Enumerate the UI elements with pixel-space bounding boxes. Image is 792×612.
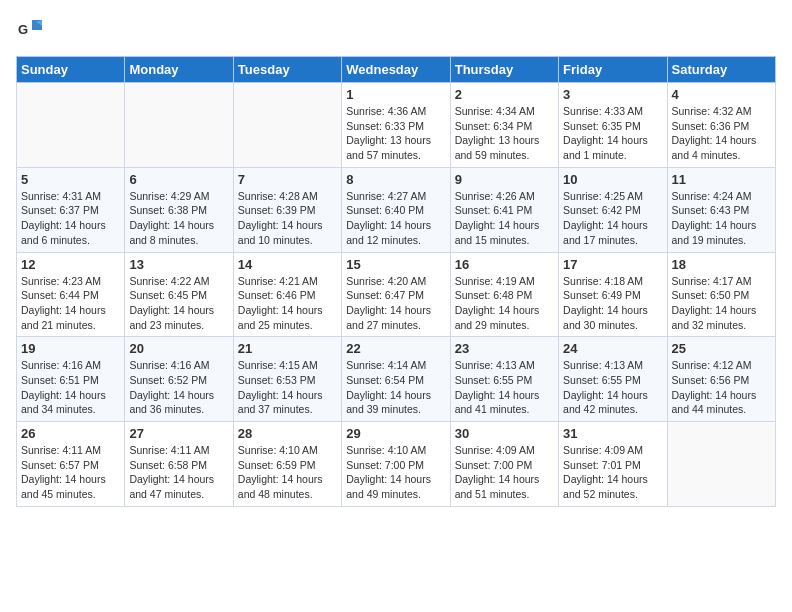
calendar-cell: 26Sunrise: 4:11 AMSunset: 6:57 PMDayligh… — [17, 422, 125, 507]
calendar-week-5: 26Sunrise: 4:11 AMSunset: 6:57 PMDayligh… — [17, 422, 776, 507]
day-number: 17 — [563, 257, 662, 272]
day-info: Sunrise: 4:29 AMSunset: 6:38 PMDaylight:… — [129, 189, 228, 248]
calendar-cell: 16Sunrise: 4:19 AMSunset: 6:48 PMDayligh… — [450, 252, 558, 337]
day-number: 20 — [129, 341, 228, 356]
page-header: G — [16, 16, 776, 44]
calendar-cell: 17Sunrise: 4:18 AMSunset: 6:49 PMDayligh… — [559, 252, 667, 337]
calendar-cell: 31Sunrise: 4:09 AMSunset: 7:01 PMDayligh… — [559, 422, 667, 507]
svg-text:G: G — [18, 22, 28, 37]
day-info: Sunrise: 4:23 AMSunset: 6:44 PMDaylight:… — [21, 274, 120, 333]
calendar-cell — [233, 83, 341, 168]
day-info: Sunrise: 4:20 AMSunset: 6:47 PMDaylight:… — [346, 274, 445, 333]
day-number: 10 — [563, 172, 662, 187]
calendar-cell: 15Sunrise: 4:20 AMSunset: 6:47 PMDayligh… — [342, 252, 450, 337]
calendar-cell: 9Sunrise: 4:26 AMSunset: 6:41 PMDaylight… — [450, 167, 558, 252]
calendar-week-4: 19Sunrise: 4:16 AMSunset: 6:51 PMDayligh… — [17, 337, 776, 422]
day-number: 3 — [563, 87, 662, 102]
day-info: Sunrise: 4:14 AMSunset: 6:54 PMDaylight:… — [346, 358, 445, 417]
day-info: Sunrise: 4:09 AMSunset: 7:00 PMDaylight:… — [455, 443, 554, 502]
day-number: 23 — [455, 341, 554, 356]
day-number: 27 — [129, 426, 228, 441]
day-info: Sunrise: 4:32 AMSunset: 6:36 PMDaylight:… — [672, 104, 771, 163]
weekday-saturday: Saturday — [667, 57, 775, 83]
day-number: 2 — [455, 87, 554, 102]
day-number: 8 — [346, 172, 445, 187]
logo-icon: G — [16, 16, 44, 44]
day-number: 6 — [129, 172, 228, 187]
day-info: Sunrise: 4:22 AMSunset: 6:45 PMDaylight:… — [129, 274, 228, 333]
day-info: Sunrise: 4:11 AMSunset: 6:58 PMDaylight:… — [129, 443, 228, 502]
day-number: 15 — [346, 257, 445, 272]
calendar-cell: 12Sunrise: 4:23 AMSunset: 6:44 PMDayligh… — [17, 252, 125, 337]
day-info: Sunrise: 4:18 AMSunset: 6:49 PMDaylight:… — [563, 274, 662, 333]
day-info: Sunrise: 4:10 AMSunset: 7:00 PMDaylight:… — [346, 443, 445, 502]
day-info: Sunrise: 4:10 AMSunset: 6:59 PMDaylight:… — [238, 443, 337, 502]
calendar-cell: 19Sunrise: 4:16 AMSunset: 6:51 PMDayligh… — [17, 337, 125, 422]
calendar-cell: 7Sunrise: 4:28 AMSunset: 6:39 PMDaylight… — [233, 167, 341, 252]
day-number: 9 — [455, 172, 554, 187]
day-number: 30 — [455, 426, 554, 441]
day-number: 21 — [238, 341, 337, 356]
calendar-cell: 2Sunrise: 4:34 AMSunset: 6:34 PMDaylight… — [450, 83, 558, 168]
weekday-wednesday: Wednesday — [342, 57, 450, 83]
calendar-cell: 23Sunrise: 4:13 AMSunset: 6:55 PMDayligh… — [450, 337, 558, 422]
day-info: Sunrise: 4:36 AMSunset: 6:33 PMDaylight:… — [346, 104, 445, 163]
day-number: 25 — [672, 341, 771, 356]
weekday-sunday: Sunday — [17, 57, 125, 83]
day-info: Sunrise: 4:25 AMSunset: 6:42 PMDaylight:… — [563, 189, 662, 248]
calendar-cell: 14Sunrise: 4:21 AMSunset: 6:46 PMDayligh… — [233, 252, 341, 337]
day-number: 7 — [238, 172, 337, 187]
day-info: Sunrise: 4:24 AMSunset: 6:43 PMDaylight:… — [672, 189, 771, 248]
calendar-week-3: 12Sunrise: 4:23 AMSunset: 6:44 PMDayligh… — [17, 252, 776, 337]
day-info: Sunrise: 4:16 AMSunset: 6:52 PMDaylight:… — [129, 358, 228, 417]
day-number: 22 — [346, 341, 445, 356]
calendar-week-2: 5Sunrise: 4:31 AMSunset: 6:37 PMDaylight… — [17, 167, 776, 252]
day-number: 19 — [21, 341, 120, 356]
calendar-cell: 29Sunrise: 4:10 AMSunset: 7:00 PMDayligh… — [342, 422, 450, 507]
calendar-cell: 22Sunrise: 4:14 AMSunset: 6:54 PMDayligh… — [342, 337, 450, 422]
calendar-cell: 4Sunrise: 4:32 AMSunset: 6:36 PMDaylight… — [667, 83, 775, 168]
calendar-cell: 24Sunrise: 4:13 AMSunset: 6:55 PMDayligh… — [559, 337, 667, 422]
day-info: Sunrise: 4:19 AMSunset: 6:48 PMDaylight:… — [455, 274, 554, 333]
day-number: 1 — [346, 87, 445, 102]
day-number: 24 — [563, 341, 662, 356]
calendar-cell: 13Sunrise: 4:22 AMSunset: 6:45 PMDayligh… — [125, 252, 233, 337]
day-number: 26 — [21, 426, 120, 441]
calendar-cell: 25Sunrise: 4:12 AMSunset: 6:56 PMDayligh… — [667, 337, 775, 422]
day-info: Sunrise: 4:21 AMSunset: 6:46 PMDaylight:… — [238, 274, 337, 333]
weekday-header-row: SundayMondayTuesdayWednesdayThursdayFrid… — [17, 57, 776, 83]
day-number: 13 — [129, 257, 228, 272]
calendar-cell — [667, 422, 775, 507]
day-info: Sunrise: 4:16 AMSunset: 6:51 PMDaylight:… — [21, 358, 120, 417]
weekday-monday: Monday — [125, 57, 233, 83]
day-info: Sunrise: 4:34 AMSunset: 6:34 PMDaylight:… — [455, 104, 554, 163]
calendar-cell: 1Sunrise: 4:36 AMSunset: 6:33 PMDaylight… — [342, 83, 450, 168]
calendar-week-1: 1Sunrise: 4:36 AMSunset: 6:33 PMDaylight… — [17, 83, 776, 168]
calendar-cell: 27Sunrise: 4:11 AMSunset: 6:58 PMDayligh… — [125, 422, 233, 507]
calendar-table: SundayMondayTuesdayWednesdayThursdayFrid… — [16, 56, 776, 507]
day-info: Sunrise: 4:28 AMSunset: 6:39 PMDaylight:… — [238, 189, 337, 248]
weekday-thursday: Thursday — [450, 57, 558, 83]
calendar-cell: 30Sunrise: 4:09 AMSunset: 7:00 PMDayligh… — [450, 422, 558, 507]
calendar-body: 1Sunrise: 4:36 AMSunset: 6:33 PMDaylight… — [17, 83, 776, 507]
calendar-cell: 8Sunrise: 4:27 AMSunset: 6:40 PMDaylight… — [342, 167, 450, 252]
day-number: 5 — [21, 172, 120, 187]
day-info: Sunrise: 4:15 AMSunset: 6:53 PMDaylight:… — [238, 358, 337, 417]
day-info: Sunrise: 4:17 AMSunset: 6:50 PMDaylight:… — [672, 274, 771, 333]
day-info: Sunrise: 4:33 AMSunset: 6:35 PMDaylight:… — [563, 104, 662, 163]
day-number: 4 — [672, 87, 771, 102]
day-number: 16 — [455, 257, 554, 272]
weekday-friday: Friday — [559, 57, 667, 83]
day-info: Sunrise: 4:12 AMSunset: 6:56 PMDaylight:… — [672, 358, 771, 417]
calendar-cell: 10Sunrise: 4:25 AMSunset: 6:42 PMDayligh… — [559, 167, 667, 252]
day-number: 31 — [563, 426, 662, 441]
day-number: 12 — [21, 257, 120, 272]
logo: G — [16, 16, 48, 44]
calendar-cell: 20Sunrise: 4:16 AMSunset: 6:52 PMDayligh… — [125, 337, 233, 422]
calendar-cell: 28Sunrise: 4:10 AMSunset: 6:59 PMDayligh… — [233, 422, 341, 507]
calendar-cell: 18Sunrise: 4:17 AMSunset: 6:50 PMDayligh… — [667, 252, 775, 337]
weekday-tuesday: Tuesday — [233, 57, 341, 83]
day-number: 14 — [238, 257, 337, 272]
day-number: 28 — [238, 426, 337, 441]
day-info: Sunrise: 4:27 AMSunset: 6:40 PMDaylight:… — [346, 189, 445, 248]
